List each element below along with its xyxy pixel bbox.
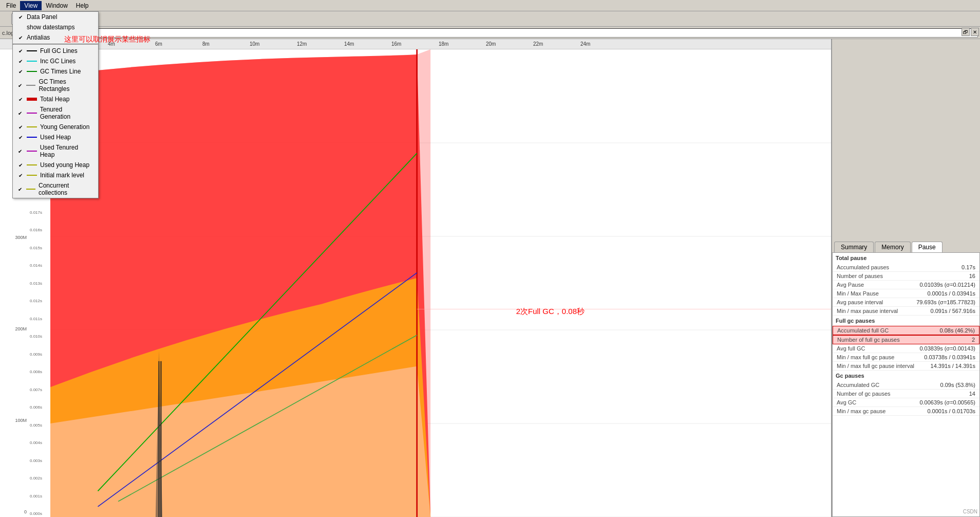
menu-total-heap-label: Total Heap: [40, 96, 69, 103]
addressbar-input[interactable]: [16, 28, 978, 38]
min-max-full-gc-label: Min / max full gc pause: [837, 354, 895, 360]
number-full-gc-label: Number of full gc pauses: [837, 337, 900, 343]
min-max-full-gc-interval-value: 14.391s / 14.391s: [931, 363, 975, 369]
check-total-heap: ✔: [17, 96, 24, 103]
y-sec-006: 0.006s: [30, 405, 50, 410]
menu-tenured-gen[interactable]: ✔ Tenured Generation: [13, 104, 98, 122]
check-used-tenured-heap: ✔: [17, 148, 24, 155]
accumulated-pauses-label: Accumulated pauses: [837, 264, 889, 270]
check-datestamps: [17, 24, 24, 31]
menu-antialias[interactable]: ✔ Antialias: [13, 32, 98, 43]
check-full-gc: ✔: [17, 48, 24, 54]
y-sec-007: 0.007s: [30, 387, 50, 392]
menubar: File View Window Help ✔ Data Panel show …: [0, 0, 980, 11]
time-tick-6m: 6m: [155, 41, 162, 47]
number-full-gc-value: 2: [972, 337, 975, 343]
y-sec-014: 0.014s: [30, 263, 50, 268]
y-label-300m: 300M: [1, 235, 29, 240]
menu-used-tenured-label: Used Tenured Heap: [40, 144, 94, 158]
time-tick-10m: 10m: [250, 41, 259, 47]
menu-data-panel-label: Data Panel: [27, 13, 57, 21]
menu-window[interactable]: Window: [42, 1, 72, 10]
min-max-pause-interval-value: 0.091s / 567.916s: [931, 308, 975, 314]
avg-pause-interval-value: 79.693s (σ=185.77823): [916, 299, 975, 305]
menu-used-heap-label: Used Heap: [40, 134, 71, 141]
accumulated-full-gc-value: 0.08s (46.2%): [940, 327, 975, 334]
tab-memory[interactable]: Memory: [875, 242, 910, 252]
used-heap-swatch: [27, 137, 37, 138]
accumulated-gc-label: Accumulated GC: [837, 382, 879, 388]
tab-summary[interactable]: Summary: [834, 242, 874, 252]
total-pause-title: Total pause: [833, 253, 979, 263]
main-content: 2m 4m 6m 8m 10m 12m 14m 16m 18m 20m 22m …: [0, 39, 980, 517]
avg-gc-value: 0.00639s (σ=0.00565): [919, 399, 975, 405]
right-stats-wrapper: Summary Memory Pause Total pause Accumul…: [832, 39, 980, 517]
y-sec-012: 0.012s: [30, 299, 50, 303]
avg-pause-value: 0.01039s (σ=0.01214): [919, 282, 975, 288]
time-axis: 2m 4m 6m 8m 10m 12m 14m 16m 18m 20m 22m …: [0, 39, 831, 49]
y-sec-016: 0.016s: [30, 228, 50, 232]
min-max-pause-interval-label: Min / max pause interval: [837, 308, 898, 314]
number-of-pauses-row: Number of pauses 16: [833, 272, 979, 281]
close-button[interactable]: ✕: [971, 28, 979, 36]
menu-initial-mark[interactable]: ✔ Initial mark level: [13, 170, 98, 180]
y-label-100m: 100M: [1, 418, 29, 423]
menu-help[interactable]: Help: [72, 1, 93, 10]
time-tick-4m: 4m: [108, 41, 115, 47]
check-data-panel: ✔: [17, 14, 24, 21]
avg-gc-label: Avg GC: [837, 399, 856, 405]
used-young-swatch: [27, 164, 37, 165]
time-tick-8m: 8m: [202, 41, 210, 47]
menu-gc-times-rect[interactable]: ✔ GC Times Rectangles: [13, 77, 98, 94]
total-heap-swatch: [27, 98, 37, 101]
menu-used-tenured-heap[interactable]: ✔ Used Tenured Heap: [13, 142, 98, 160]
restore-button[interactable]: 🗗: [962, 28, 970, 36]
accumulated-gc-value: 0.09s (53.8%): [940, 382, 975, 388]
menu-show-datestamps[interactable]: show datestamps: [13, 22, 98, 32]
menu-inc-gc-lines[interactable]: ✔ Inc GC Lines: [13, 56, 98, 66]
menu-used-heap[interactable]: ✔ Used Heap: [13, 132, 98, 142]
min-max-pause-label: Min / Max Pause: [837, 290, 879, 297]
time-tick-16m: 16m: [391, 41, 401, 47]
time-tick-20m: 20m: [486, 41, 496, 47]
menu-total-heap[interactable]: ✔ Total Heap: [13, 94, 98, 104]
check-gc-times-line: ✔: [17, 68, 24, 75]
check-concurrent-collections: ✔: [17, 186, 23, 193]
avg-full-gc-row: Avg full GC 0.03839s (σ=0.00143): [833, 344, 979, 353]
gc-times-line-swatch: [27, 71, 37, 72]
menu-young-gen[interactable]: ✔ Young Generation: [13, 122, 98, 132]
tab-pause[interactable]: Pause: [912, 242, 943, 253]
check-initial-mark: ✔: [17, 172, 24, 179]
right-panel: Summary Memory Pause Total pause Accumul…: [831, 39, 980, 517]
menu-gc-times-rect-label: GC Times Rectangles: [39, 78, 94, 93]
min-max-pause-interval-row: Min / max pause interval 0.091s / 567.91…: [833, 307, 979, 316]
avg-pause-interval-label: Avg pause interval: [837, 299, 883, 305]
check-gc-times-rect: ✔: [17, 82, 23, 89]
stats-panel: Total pause Accumulated pauses 0.17s Num…: [832, 252, 980, 517]
gc-times-rect-swatch: [26, 85, 35, 86]
menu-data-panel[interactable]: ✔ Data Panel: [13, 12, 98, 22]
menu-view[interactable]: View: [20, 1, 42, 10]
stats-top-space: [832, 39, 980, 239]
full-gc-pauses-title: Full gc pauses: [833, 316, 979, 326]
menu-file[interactable]: File: [2, 1, 20, 10]
menu-gc-times-line[interactable]: ✔ GC Times Line: [13, 66, 98, 77]
min-max-pause-value: 0.0001s / 0.03941s: [927, 290, 975, 297]
menu-full-gc-lines[interactable]: ✔ Full GC Lines: [13, 46, 98, 56]
menu-concurrent-collections[interactable]: ✔ Concurrent collections: [13, 180, 98, 198]
avg-pause-row: Avg Pause 0.01039s (σ=0.01214): [833, 281, 979, 289]
view-dropdown-menu: ✔ Data Panel show datestamps ✔ Antialias…: [12, 11, 99, 198]
menu-inc-gc-label: Inc GC Lines: [40, 58, 76, 65]
menu-used-young-heap[interactable]: ✔ Used young Heap: [13, 160, 98, 170]
avg-full-gc-value: 0.03839s (σ=0.00143): [919, 345, 975, 352]
initial-mark-swatch: [27, 175, 37, 176]
used-tenured-swatch: [27, 151, 37, 152]
chart-plot: 2次Full GC，0.08秒: [50, 49, 831, 517]
check-antialias: ✔: [17, 34, 24, 41]
tenured-gen-swatch: [27, 113, 37, 114]
y-sec-002: 0.002s: [30, 476, 50, 481]
accumulated-full-gc-row: Accumulated full GC 0.08s (46.2%): [833, 326, 979, 335]
min-max-full-gc-row: Min / max full gc pause 0.03738s / 0.039…: [833, 353, 979, 362]
min-max-gc-value: 0.0001s / 0.01703s: [927, 408, 975, 414]
time-tick-14m: 14m: [344, 41, 354, 47]
